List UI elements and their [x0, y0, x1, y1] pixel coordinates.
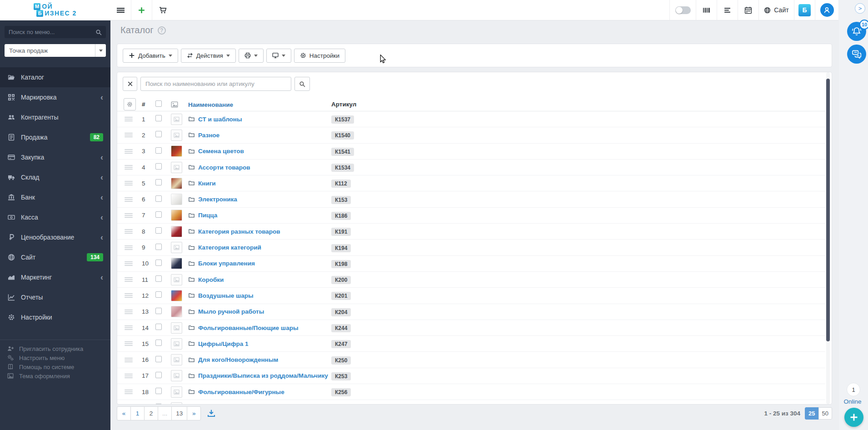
- column-settings-button[interactable]: [124, 98, 136, 110]
- notifications-button[interactable]: 10: [847, 22, 866, 41]
- category-link[interactable]: Категория разных товаров: [198, 228, 280, 235]
- category-link[interactable]: Фольгированные/Поющие шары: [198, 325, 298, 331]
- pagination-next[interactable]: »: [187, 406, 201, 420]
- quick-add-button[interactable]: [131, 0, 152, 20]
- category-link[interactable]: Книги: [198, 180, 216, 187]
- sidebar-item-catalog[interactable]: Каталог: [0, 67, 110, 87]
- row-checkbox[interactable]: [155, 195, 162, 202]
- sidebar-item-settings[interactable]: Настройки: [0, 307, 110, 327]
- sidebar-item-bank[interactable]: Банк‹: [0, 187, 110, 207]
- add-floating-button[interactable]: [844, 408, 863, 427]
- drag-handle[interactable]: [117, 357, 142, 363]
- drag-handle[interactable]: [117, 260, 142, 267]
- drag-handle[interactable]: [117, 309, 142, 315]
- row-checkbox[interactable]: [155, 340, 162, 346]
- category-link[interactable]: Семена цветов: [198, 148, 244, 155]
- drag-handle[interactable]: [117, 132, 142, 138]
- category-link[interactable]: Ассорти товаров: [198, 164, 250, 171]
- drag-handle[interactable]: [117, 389, 142, 395]
- print-button[interactable]: [239, 49, 264, 63]
- product-thumbnail[interactable]: [171, 226, 182, 237]
- drag-handle[interactable]: [117, 116, 142, 122]
- sidebar-item-pricing[interactable]: Ценообразование‹: [0, 227, 110, 247]
- drag-handle[interactable]: [117, 212, 142, 219]
- sidebar-item-marking[interactable]: Маркировка‹: [0, 87, 110, 107]
- row-checkbox[interactable]: [155, 211, 162, 218]
- display-button[interactable]: [266, 49, 291, 63]
- drag-handle[interactable]: [117, 292, 142, 299]
- row-checkbox[interactable]: [155, 115, 162, 121]
- pagination-page-13[interactable]: 13: [171, 406, 187, 420]
- barcode-scanner-button[interactable]: [696, 0, 717, 20]
- select-all-checkbox[interactable]: [155, 100, 162, 107]
- site-button[interactable]: Сайт: [758, 0, 794, 20]
- drag-handle[interactable]: [117, 148, 142, 155]
- category-link[interactable]: Коробки: [198, 276, 224, 283]
- sidebar-item-marketing[interactable]: Маркетинг‹: [0, 267, 110, 287]
- row-checkbox[interactable]: [155, 388, 162, 394]
- row-checkbox[interactable]: [155, 147, 162, 154]
- sidebar-item-purchase[interactable]: Закупка‹: [0, 147, 110, 167]
- sidebar-item-cashdesk[interactable]: Касса‹: [0, 207, 110, 227]
- category-link[interactable]: Фольгированные/Фигурные: [198, 389, 284, 395]
- cart-button[interactable]: [152, 0, 173, 20]
- export-download-button[interactable]: [207, 409, 215, 417]
- sidebar-item-reports[interactable]: Отчеты: [0, 287, 110, 307]
- product-thumbnail[interactable]: [171, 194, 182, 205]
- category-link[interactable]: Пицца: [198, 212, 217, 219]
- collapse-panel-button[interactable]: >: [855, 3, 865, 14]
- settings-button[interactable]: Настройки: [294, 49, 345, 63]
- row-checkbox[interactable]: [155, 404, 162, 405]
- category-link[interactable]: Электроника: [198, 196, 237, 203]
- row-checkbox[interactable]: [155, 131, 162, 137]
- category-link[interactable]: Цифры/Цифра 1: [198, 340, 249, 347]
- product-thumbnail[interactable]: [171, 258, 182, 269]
- help-icon[interactable]: ?: [158, 26, 166, 35]
- pagination-page-1[interactable]: 1: [130, 406, 145, 420]
- drag-handle[interactable]: [117, 373, 142, 379]
- drag-handle[interactable]: [117, 276, 142, 283]
- scrollbar-thumb[interactable]: [826, 79, 830, 341]
- row-checkbox[interactable]: [155, 179, 162, 185]
- row-checkbox[interactable]: [155, 324, 162, 330]
- category-link[interactable]: СТ и шаблоны: [198, 116, 242, 123]
- column-header-name[interactable]: Наименование: [188, 101, 233, 108]
- menu-search-input[interactable]: [9, 29, 95, 35]
- sidebar-link-configure-menu[interactable]: Настроить меню: [7, 353, 106, 362]
- drag-handle[interactable]: [117, 325, 142, 331]
- category-link[interactable]: Разное: [198, 132, 219, 139]
- row-checkbox[interactable]: [155, 291, 162, 298]
- row-checkbox[interactable]: [155, 260, 162, 266]
- chat-button[interactable]: [847, 45, 866, 64]
- sidebar-item-warehouse[interactable]: Склад‹: [0, 167, 110, 187]
- product-thumbnail[interactable]: [171, 145, 182, 157]
- category-link[interactable]: Праздники/Выписка из роддома/Мальчику: [198, 372, 328, 379]
- drag-handle[interactable]: [117, 196, 142, 203]
- product-thumbnail[interactable]: [171, 210, 182, 221]
- sidebar-link-invite-employee[interactable]: Пригласить сотрудника: [7, 344, 106, 353]
- page-size-25[interactable]: 25: [805, 407, 818, 420]
- sidebar-item-sales[interactable]: Продажа82: [0, 127, 110, 147]
- row-checkbox[interactable]: [155, 275, 162, 282]
- category-link[interactable]: Воздушные шары: [198, 292, 254, 299]
- app-switcher-button[interactable]: Б: [794, 0, 815, 20]
- sidebar-link-theme[interactable]: Тема оформления: [7, 371, 106, 380]
- actions-button[interactable]: Действия: [181, 49, 236, 63]
- category-link[interactable]: Мыло ручной работы: [198, 308, 264, 315]
- table-search-input[interactable]: [140, 77, 291, 91]
- row-checkbox[interactable]: [155, 227, 162, 234]
- page-size-50[interactable]: 50: [818, 407, 832, 420]
- search-button[interactable]: [294, 77, 310, 91]
- calendar-button[interactable]: [738, 0, 758, 20]
- mode-toggle[interactable]: [669, 0, 696, 20]
- product-thumbnail[interactable]: [171, 306, 182, 317]
- clear-search-button[interactable]: [123, 77, 137, 91]
- sales-point-select[interactable]: Точка продаж: [5, 44, 106, 57]
- tasks-button[interactable]: [717, 0, 738, 20]
- sidebar-item-site[interactable]: Сайт134: [0, 247, 110, 267]
- drag-handle[interactable]: [117, 180, 142, 186]
- sidebar-item-contractors[interactable]: Контрагенты: [0, 107, 110, 127]
- add-button[interactable]: Добавить: [123, 49, 178, 63]
- drag-handle[interactable]: [117, 245, 142, 251]
- app-logo[interactable]: МОЙ БИЗНЕС 2: [34, 3, 77, 17]
